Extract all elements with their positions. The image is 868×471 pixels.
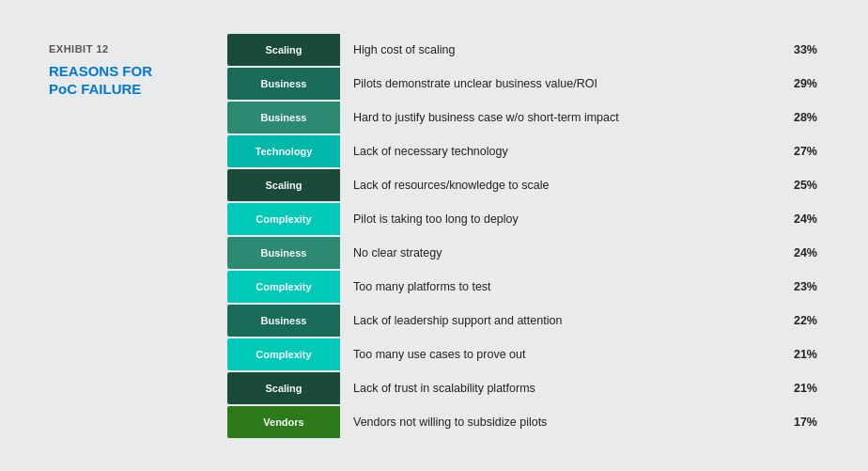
category-bar: Technology [227, 135, 340, 167]
table-row: ComplexityPilot is taking too long to de… [227, 203, 819, 235]
row-percent: 24% [782, 212, 819, 226]
chart-title: REASONS FOR PoC FAILURE [49, 62, 199, 99]
row-description: Lack of leadership support and attention [340, 314, 782, 327]
category-bar: Complexity [227, 271, 340, 303]
row-description: Vendors not willing to subsidize pilots [340, 416, 782, 429]
row-percent: 24% [782, 246, 819, 259]
row-percent: 21% [782, 348, 819, 361]
category-bar: Complexity [227, 203, 340, 235]
category-bar: Complexity [227, 338, 340, 370]
chart-area: ScalingHigh cost of scaling33%BusinessPi… [227, 34, 819, 438]
row-percent: 27% [782, 145, 819, 158]
table-row: BusinessLack of leadership support and a… [227, 305, 819, 337]
category-bar: Business [227, 102, 340, 133]
left-panel: EXHIBIT 12 REASONS FOR PoC FAILURE [49, 34, 199, 99]
table-row: TechnologyLack of necessary technology27… [227, 135, 819, 167]
row-percent: 33% [782, 43, 819, 56]
table-row: BusinessPilots demonstrate unclear busin… [227, 68, 819, 100]
table-row: VendorsVendors not willing to subsidize … [227, 406, 819, 438]
row-description: Hard to justify business case w/o short-… [340, 111, 782, 124]
table-row: ComplexityToo many use cases to prove ou… [227, 338, 819, 370]
table-row: BusinessNo clear strategy24% [227, 237, 819, 269]
exhibit-label: EXHIBIT 12 [49, 43, 199, 55]
row-description: Pilot is taking too long to deploy [340, 212, 782, 226]
row-description: Lack of resources/knowledge to scale [340, 179, 782, 192]
category-bar: Scaling [227, 372, 340, 404]
row-percent: 29% [782, 77, 819, 90]
main-container: EXHIBIT 12 REASONS FOR PoC FAILURE Scali… [11, 6, 857, 466]
row-description: Pilots demonstrate unclear business valu… [340, 77, 782, 90]
title-line2: PoC FAILURE [49, 81, 141, 97]
table-row: BusinessHard to justify business case w/… [227, 102, 819, 133]
table-row: ScalingLack of trust in scalability plat… [227, 372, 819, 404]
category-bar: Scaling [227, 169, 340, 201]
table-row: ScalingLack of resources/knowledge to sc… [227, 169, 819, 201]
title-line1: REASONS FOR [49, 63, 152, 79]
row-description: Lack of necessary technology [340, 145, 782, 158]
row-percent: 17% [782, 416, 819, 429]
row-description: Lack of trust in scalability platforms [340, 382, 782, 395]
category-bar: Scaling [227, 34, 340, 66]
row-description: High cost of scaling [340, 43, 782, 56]
row-percent: 22% [782, 314, 819, 327]
row-percent: 23% [782, 280, 819, 293]
row-percent: 25% [782, 179, 819, 192]
row-percent: 28% [782, 111, 819, 124]
category-bar: Vendors [227, 406, 340, 438]
row-percent: 21% [782, 382, 819, 395]
row-description: No clear strategy [340, 246, 782, 259]
category-bar: Business [227, 68, 340, 100]
row-description: Too many use cases to prove out [340, 348, 782, 361]
table-row: ScalingHigh cost of scaling33% [227, 34, 819, 66]
category-bar: Business [227, 305, 340, 337]
table-row: ComplexityToo many platforms to test23% [227, 271, 819, 303]
category-bar: Business [227, 237, 340, 269]
row-description: Too many platforms to test [340, 280, 782, 293]
